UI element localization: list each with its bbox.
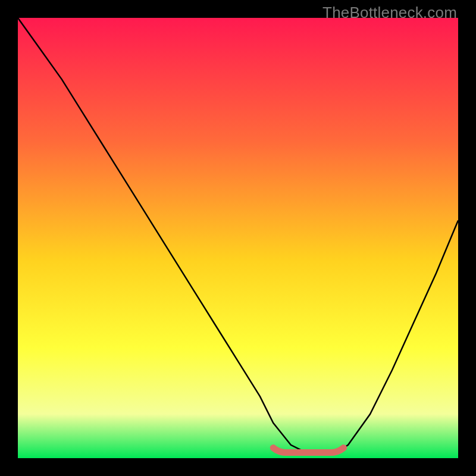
svg-rect-0 <box>18 18 458 458</box>
background-gradient <box>18 18 458 458</box>
plot-area <box>18 18 458 458</box>
watermark-text: TheBottleneck.com <box>322 4 457 22</box>
chart-frame: TheBottleneck.com <box>0 0 476 476</box>
